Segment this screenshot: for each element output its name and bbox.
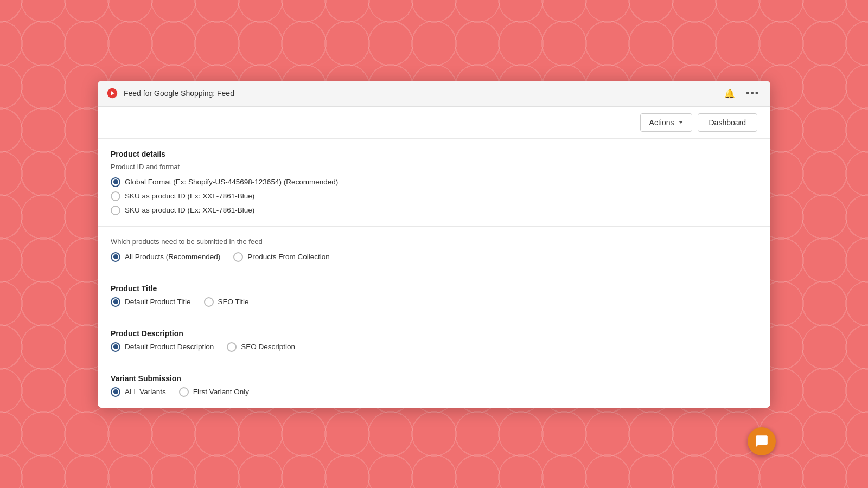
products-submitted-radio-group: All Products (Recommended) Products From… [111,252,757,262]
variant-submission-radio-group: ALL Variants First Variant Only [111,387,757,397]
radio-circle-seo-description [227,342,237,352]
title-bar: Feed for Google Shopping: Feed 🔔 ••• [98,81,770,107]
radio-sku-1[interactable]: SKU as product ID (Ex: XXL-7861-Blue) [111,191,757,201]
radio-circle-global-format [111,177,120,187]
radio-circle-all-products [111,252,120,262]
radio-circle-default-product-title [111,297,120,307]
radio-seo-description[interactable]: SEO Description [227,342,295,352]
radio-circle-products-from-collection [233,252,243,262]
radio-label-sku-2: SKU as product ID (Ex: XXL-7861-Blue) [125,206,254,214]
section-product-details: Product details Product ID and format Gl… [98,139,770,227]
section-subtitle-product-id: Product ID and format [111,163,757,171]
radio-circle-all-variants [111,387,120,397]
radio-label-first-variant-only: First Variant Only [193,388,249,396]
product-description-radio-group: Default Product Description SEO Descript… [111,342,757,352]
section-products-submitted: Which products need to be submitted In t… [98,227,770,273]
radio-circle-sku-2 [111,206,120,215]
radio-global-format[interactable]: Global Format (Ex: Shopify-US-445698-123… [111,177,757,187]
radio-label-all-variants: ALL Variants [125,388,166,396]
app-title: Feed for Google Shopping: Feed [124,89,234,98]
radio-label-all-products: All Products (Recommended) [125,253,220,261]
section-title-product-title: Product Title [111,284,757,293]
app-window: Feed for Google Shopping: Feed 🔔 ••• Act… [98,81,770,408]
radio-label-sku-1: SKU as product ID (Ex: XXL-7861-Blue) [125,192,254,200]
radio-products-from-collection[interactable]: Products From Collection [233,252,330,262]
dashboard-button[interactable]: Dashboard [698,113,758,132]
more-options-button[interactable]: ••• [744,86,762,101]
radio-circle-seo-title [204,297,214,307]
section-variant-submission: Variant Submission ALL Variants First Va… [98,363,770,408]
radio-label-seo-description: SEO Description [241,343,295,351]
section-subtitle-products-submitted: Which products need to be submitted In t… [111,237,757,246]
radio-label-global-format: Global Format (Ex: Shopify-US-445698-123… [125,178,338,186]
three-dots-icon: ••• [746,88,760,99]
dashboard-label: Dashboard [709,118,746,127]
radio-label-products-from-collection: Products From Collection [247,253,330,261]
radio-circle-default-product-description [111,342,120,352]
radio-seo-title[interactable]: SEO Title [204,297,249,307]
chat-button[interactable] [748,427,776,455]
bell-button[interactable]: 🔔 [722,86,737,101]
radio-first-variant-only[interactable]: First Variant Only [179,387,249,397]
radio-default-product-title[interactable]: Default Product Title [111,297,191,307]
radio-default-product-description[interactable]: Default Product Description [111,342,214,352]
section-title-variant-submission: Variant Submission [111,374,757,383]
app-icon [106,87,118,99]
actions-label: Actions [649,118,674,127]
toolbar: Actions Dashboard [98,107,770,139]
actions-button[interactable]: Actions [640,113,692,132]
product-id-radio-group: Global Format (Ex: Shopify-US-445698-123… [111,177,757,215]
bell-icon: 🔔 [724,88,735,99]
section-title-product-details: Product details [111,150,757,158]
radio-label-default-product-title: Default Product Title [125,298,191,306]
chevron-down-icon [679,121,683,124]
section-product-description: Product Description Default Product Desc… [98,318,770,363]
content-area: Product details Product ID and format Gl… [98,139,770,408]
radio-all-products[interactable]: All Products (Recommended) [111,252,220,262]
radio-all-variants[interactable]: ALL Variants [111,387,166,397]
title-bar-left: Feed for Google Shopping: Feed [106,87,234,99]
radio-circle-sku-1 [111,191,120,201]
radio-label-seo-title: SEO Title [218,298,249,306]
radio-sku-2[interactable]: SKU as product ID (Ex: XXL-7861-Blue) [111,206,757,215]
radio-circle-first-variant-only [179,387,189,397]
radio-label-default-product-description: Default Product Description [125,343,214,351]
section-title-product-description: Product Description [111,329,757,338]
title-bar-right: 🔔 ••• [722,86,762,101]
section-product-title: Product Title Default Product Title SEO … [98,273,770,318]
product-title-radio-group: Default Product Title SEO Title [111,297,757,307]
chat-icon [755,434,769,448]
